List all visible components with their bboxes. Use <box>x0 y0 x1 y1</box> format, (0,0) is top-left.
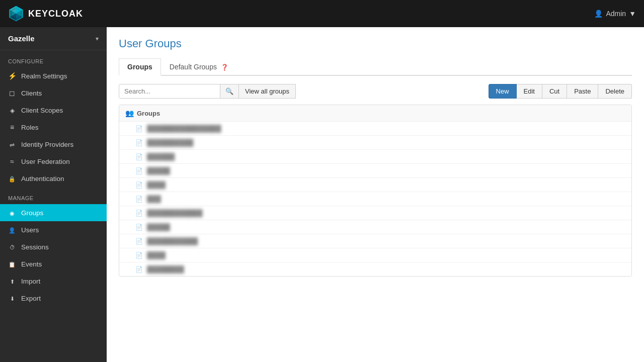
group-item-name: █████ <box>147 167 170 174</box>
group-item-doc-icon <box>135 265 143 273</box>
roles-icon <box>8 123 16 131</box>
cut-button[interactable]: Cut <box>542 84 567 99</box>
sidebar-item-label-import: Import <box>21 278 40 285</box>
group-item-doc-icon <box>135 125 143 132</box>
sidebar-item-identity-providers[interactable]: Identity Providers <box>0 136 107 153</box>
group-item[interactable]: ██████████ <box>119 136 631 150</box>
delete-button[interactable]: Delete <box>598 84 632 99</box>
group-item-name: █████ <box>147 223 170 231</box>
view-all-groups-button[interactable]: View all groups <box>239 84 296 99</box>
new-button[interactable]: New <box>489 84 517 99</box>
edit-button[interactable]: Edit <box>517 84 542 99</box>
tab-bar: Groups Default Groups ❓ <box>119 58 632 76</box>
sidebar-item-label-events: Events <box>21 260 42 268</box>
group-item[interactable]: ████████ <box>119 262 631 276</box>
group-item-doc-icon <box>135 167 143 174</box>
groups-tree-header: Groups <box>119 105 631 122</box>
group-item[interactable]: ████████████ <box>119 206 631 220</box>
sidebar-item-user-federation[interactable]: User Federation <box>0 153 107 170</box>
realm-settings-icon <box>8 72 16 80</box>
group-item[interactable]: ███ <box>119 192 631 206</box>
tab-groups[interactable]: Groups <box>119 58 161 76</box>
identity-providers-icon <box>8 140 16 148</box>
sidebar-item-realm-settings[interactable]: Realm Settings <box>0 67 107 84</box>
realm-selector[interactable]: Gazelle ▾ <box>0 27 107 50</box>
sidebar-item-events[interactable]: Events <box>0 255 107 273</box>
search-group: 🔍 <box>119 84 239 99</box>
group-item-name: ████████████████ <box>147 125 221 132</box>
sidebar-item-label-realm-settings: Realm Settings <box>21 72 67 80</box>
group-item[interactable]: ███████████ <box>119 234 631 248</box>
sidebar-item-label-clients: Clients <box>21 89 42 97</box>
realm-name: Gazelle <box>8 34 35 43</box>
sidebar-item-label-users: Users <box>21 226 39 234</box>
group-item-doc-icon <box>135 139 143 146</box>
sidebar-item-authentication[interactable]: Authentication <box>0 170 107 187</box>
admin-menu[interactable]: 👤 Admin ▼ <box>594 10 636 18</box>
group-item-doc-icon <box>135 237 143 245</box>
group-item[interactable]: █████ <box>119 164 631 178</box>
sidebar-item-label-roles: Roles <box>21 124 39 131</box>
sidebar-item-export[interactable]: Export <box>0 290 107 307</box>
logo-area: KEYCLOAK <box>8 6 83 22</box>
sidebar-item-roles[interactable]: Roles <box>0 119 107 136</box>
group-item-name: ██████ <box>147 153 175 160</box>
group-item[interactable]: ████ <box>119 178 631 192</box>
group-item-name: ███ <box>147 195 161 203</box>
group-item[interactable]: ████████████████ <box>119 122 631 136</box>
top-navigation: KEYCLOAK 👤 Admin ▼ <box>0 0 644 27</box>
group-item[interactable]: ██████ <box>119 150 631 164</box>
events-icon <box>8 260 16 268</box>
sidebar-item-sessions[interactable]: Sessions <box>0 238 107 255</box>
group-item-doc-icon <box>135 223 143 231</box>
group-item-name: ███████████ <box>147 237 198 245</box>
admin-label: Admin <box>606 10 626 18</box>
page-title: User Groups <box>119 37 632 50</box>
search-input[interactable] <box>119 84 220 98</box>
client-scopes-icon <box>8 106 16 114</box>
admin-user-icon: 👤 <box>594 10 603 18</box>
main-layout: Gazelle ▾ Configure Realm Settings Clien… <box>0 27 644 362</box>
group-item-name: ████████ <box>147 265 184 273</box>
paste-button[interactable]: Paste <box>567 84 598 99</box>
sidebar-item-label-groups: Groups <box>21 209 43 217</box>
sidebar-item-label-export: Export <box>21 295 41 302</box>
group-item[interactable]: █████ <box>119 220 631 234</box>
sidebar: Gazelle ▾ Configure Realm Settings Clien… <box>0 27 107 362</box>
manage-section-label: Manage <box>0 187 107 204</box>
configure-section-label: Configure <box>0 50 107 67</box>
groups-header-icon <box>125 109 134 117</box>
groups-icon <box>8 209 16 217</box>
group-item-doc-icon <box>135 209 143 217</box>
search-button[interactable]: 🔍 <box>220 84 238 98</box>
authentication-icon <box>8 174 16 183</box>
tab-groups-label: Groups <box>127 63 152 71</box>
sidebar-item-users[interactable]: Users <box>0 221 107 238</box>
sessions-icon <box>8 243 16 251</box>
group-item-doc-icon <box>135 251 143 259</box>
sidebar-item-clients[interactable]: Clients <box>0 84 107 102</box>
realm-chevron-icon: ▾ <box>96 35 99 42</box>
tab-default-groups[interactable]: Default Groups ❓ <box>161 58 237 76</box>
import-icon <box>8 277 16 285</box>
sidebar-item-groups[interactable]: Groups <box>0 204 107 221</box>
group-item-name: ████ <box>147 181 166 189</box>
sidebar-item-client-scopes[interactable]: Client Scopes <box>0 102 107 119</box>
tab-default-groups-label: Default Groups <box>170 63 217 71</box>
user-federation-icon <box>8 157 16 165</box>
export-icon <box>8 294 16 302</box>
users-icon <box>8 226 16 234</box>
keycloak-logo-icon <box>8 6 24 22</box>
group-item-doc-icon <box>135 153 143 160</box>
group-item[interactable]: ████ <box>119 248 631 262</box>
logo-text: KEYCLOAK <box>28 9 83 19</box>
sidebar-item-import[interactable]: Import <box>0 273 107 290</box>
groups-header-label: Groups <box>137 110 160 117</box>
group-item-doc-icon <box>135 181 143 189</box>
sidebar-item-label-client-scopes: Client Scopes <box>21 107 63 114</box>
main-content: User Groups Groups Default Groups ❓ 🔍 Vi… <box>107 27 644 362</box>
action-buttons: New Edit Cut Paste Delete <box>489 84 632 99</box>
group-item-doc-icon <box>135 195 143 203</box>
default-groups-help-icon: ❓ <box>221 64 228 71</box>
sidebar-item-label-user-federation: User Federation <box>21 158 70 165</box>
